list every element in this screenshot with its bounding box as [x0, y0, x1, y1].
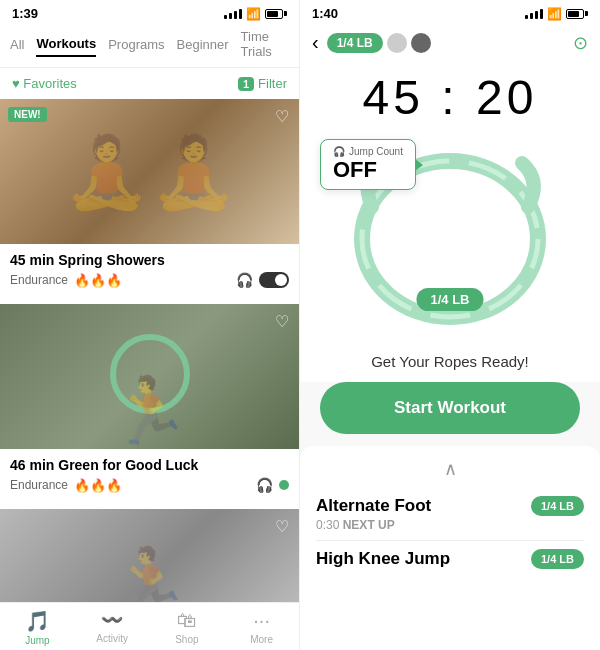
heart-icon-2[interactable]: ♡	[275, 312, 289, 331]
tab-time-trials[interactable]: Time Trials	[241, 29, 289, 63]
headphone-small-icon: 🎧	[333, 146, 345, 157]
next-exercise-1: Alternate Foot 0:30 NEXT UP 1/4 LB	[316, 488, 584, 540]
toggle-1[interactable]	[259, 272, 289, 288]
jump-icon: 🎵	[25, 609, 50, 633]
rope-dot-2[interactable]	[411, 33, 431, 53]
bottom-nav: 🎵 Jump 〰️ Activity 🛍 Shop ··· More	[0, 602, 299, 650]
filter-count: 1	[238, 77, 254, 91]
status-icons-right: 📶	[525, 7, 588, 21]
chevron-up-icon[interactable]: ∧	[316, 458, 584, 480]
nav-shop-label: Shop	[175, 634, 198, 645]
signal-icon	[224, 9, 242, 19]
workout-title-1: 45 min Spring Showers	[10, 252, 289, 268]
settings-icon[interactable]: ⊙	[573, 32, 588, 54]
activity-icon: 〰️	[101, 609, 123, 631]
shop-icon: 🛍	[177, 609, 197, 632]
fire-icons-1: 🔥🔥🔥	[74, 273, 122, 288]
favorites-row: ♥ Favorites 1 Filter	[0, 68, 299, 99]
heart-icon-3[interactable]: ♡	[275, 517, 289, 536]
heart-icon[interactable]: ♡	[275, 107, 289, 126]
timer-display: 45 : 20	[300, 60, 600, 129]
workout-title-2: 46 min Green for Good Luck	[10, 457, 289, 473]
tab-workouts[interactable]: Workouts	[36, 36, 96, 57]
green-dot-2	[279, 480, 289, 490]
next-exercise-title-2: High Knee Jump	[316, 549, 450, 569]
workout-meta-1: Endurance 🔥🔥🔥 🎧	[10, 272, 289, 288]
next-up-section: ∧ Alternate Foot 0:30 NEXT UP 1/4 LB Hig…	[300, 446, 600, 650]
filter-label: Filter	[258, 76, 287, 91]
nav-more-label: More	[250, 634, 273, 645]
exercise-badge-2: 1/4 LB	[531, 549, 584, 569]
time-left: 1:39	[12, 6, 38, 21]
next-exercise-meta-1: 0:30 NEXT UP	[316, 518, 431, 532]
rope-label-badge: 1/4 LB	[416, 288, 483, 311]
tab-all[interactable]: All	[10, 37, 24, 56]
workout-info-1: 45 min Spring Showers Endurance 🔥🔥🔥 🎧	[0, 244, 299, 296]
workout-meta-2: Endurance 🔥🔥🔥 🎧	[10, 477, 289, 493]
tooltip-arrow	[415, 159, 423, 171]
time-right: 1:40	[312, 6, 338, 21]
headphone-icon-2: 🎧	[256, 477, 273, 493]
nav-jump[interactable]: 🎵 Jump	[0, 609, 75, 646]
nav-jump-label: Jump	[25, 635, 49, 646]
workout-card-1[interactable]: 🧘 🧘 NEW! ♡ 45 min Spring Showers Enduran…	[0, 99, 299, 296]
nav-tabs: All Workouts Programs Beginner Time Tria…	[0, 25, 299, 68]
next-exercise-title-1: Alternate Foot	[316, 496, 431, 516]
more-icon: ···	[253, 609, 270, 632]
nav-more[interactable]: ··· More	[224, 609, 299, 646]
battery-icon-right	[566, 9, 588, 19]
nav-shop[interactable]: 🛍 Shop	[150, 609, 225, 646]
workout-card-3[interactable]: 🏃 ♡ 55 min Shamrocks & Skipnanigans	[0, 509, 299, 602]
status-bar-right: 1:40 📶	[300, 0, 600, 25]
tab-beginner[interactable]: Beginner	[177, 37, 229, 56]
left-panel: 1:39 📶 All Workouts Programs Beginner Ti…	[0, 0, 300, 650]
right-panel: 1:40 📶 ‹ 1/4 LB ⊙ 4	[300, 0, 600, 650]
workout-controls-1: 🎧	[236, 272, 289, 288]
jump-count-value: OFF	[333, 157, 377, 183]
workout-card-2[interactable]: 🏃 ♡ 46 min Green for Good Luck Endurance…	[0, 304, 299, 501]
workout-info-2: 46 min Green for Good Luck Endurance 🔥🔥🔥…	[0, 449, 299, 501]
headphone-icon-1: 🎧	[236, 272, 253, 288]
new-badge: NEW!	[8, 107, 47, 122]
exercise-badge-1: 1/4 LB	[531, 496, 584, 516]
rope-selector[interactable]: 1/4 LB	[327, 33, 431, 53]
next-exercise-2: High Knee Jump 1/4 LB	[316, 541, 584, 577]
timer-text: 45 : 20	[363, 71, 538, 124]
workout-header: ‹ 1/4 LB ⊙	[300, 25, 600, 60]
rope-weight-pill[interactable]: 1/4 LB	[327, 33, 383, 53]
rope-dot-1[interactable]	[387, 33, 407, 53]
workout-controls-2: 🎧	[256, 477, 289, 493]
favorites-label[interactable]: ♥ Favorites	[12, 76, 77, 91]
signal-icon-right	[525, 9, 543, 19]
status-icons-left: 📶	[224, 7, 287, 21]
get-ready-text: Get Your Ropes Ready!	[300, 347, 600, 382]
tab-programs[interactable]: Programs	[108, 37, 164, 56]
wifi-icon: 📶	[246, 7, 261, 21]
jump-count-label: 🎧 Jump Count	[333, 146, 403, 157]
back-button[interactable]: ‹	[312, 31, 319, 54]
status-bar-left: 1:39 📶	[0, 0, 299, 25]
jump-count-tooltip[interactable]: 🎧 Jump Count OFF	[320, 139, 416, 190]
wifi-icon-right: 📶	[547, 7, 562, 21]
battery-icon	[265, 9, 287, 19]
workout-list: 🧘 🧘 NEW! ♡ 45 min Spring Showers Enduran…	[0, 99, 299, 602]
nav-activity-label: Activity	[96, 633, 128, 644]
start-workout-button[interactable]: Start Workout	[320, 382, 580, 434]
nav-activity[interactable]: 〰️ Activity	[75, 609, 150, 646]
rope-area: 🎧 Jump Count OFF 1/4 LB	[300, 129, 600, 347]
filter-button[interactable]: 1 Filter	[238, 76, 287, 91]
fire-icons-2: 🔥🔥🔥	[74, 478, 122, 493]
next-exercise-info-1: Alternate Foot 0:30 NEXT UP	[316, 496, 431, 532]
